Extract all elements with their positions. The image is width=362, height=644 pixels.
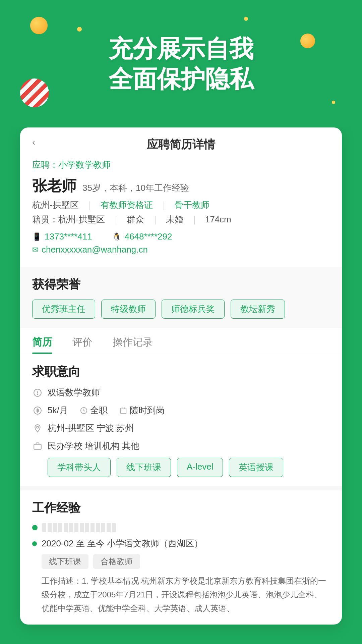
email-icon: ✉ <box>32 246 38 254</box>
honors-tags-row: 优秀班主任 特级教师 师德标兵奖 教坛新秀 <box>32 300 330 319</box>
intent-section: 求职意向 双语数学教师 5k/月 全职 随时到岗 <box>20 354 342 486</box>
deco-dot-3 <box>332 101 335 104</box>
work-tag-0: 线下班课 <box>42 554 88 569</box>
card-header: ‹ 应聘简历详情 <box>20 127 342 159</box>
job-link[interactable]: 应聘：小学数学教师 <box>20 159 342 176</box>
org-icon <box>32 441 43 451</box>
intent-location-row: 杭州-拱墅区 宁波 苏州 <box>32 422 330 434</box>
email-address: chenxxxxxan@wanhang.cn <box>42 245 148 255</box>
profile-section: 张老师 35岁，本科，10年工作经验 杭州-拱墅区 ｜ 有教师资格证 ｜ 骨干教… <box>20 176 342 267</box>
profile-info-row-2: 籍贯：杭州-拱墅区 ｜ 群众 ｜ 未婚 ｜ 174cm <box>32 214 330 225</box>
honor-tag-1: 特级教师 <box>101 300 156 319</box>
profile-cert: 有教师资格证 <box>101 199 153 211</box>
qq-number: 4648****292 <box>125 231 172 242</box>
work-tag-1: 合格教师 <box>93 554 140 569</box>
work-tags-row: 线下班课 合格教师 <box>42 554 330 569</box>
tab-review[interactable]: 评价 <box>72 328 93 354</box>
intent-locations: 杭州-拱墅区 宁波 苏州 <box>48 422 134 434</box>
back-button[interactable]: ‹ <box>32 137 35 148</box>
deco-orange-ball-1 <box>30 17 48 34</box>
qq-contact: 🐧 4648****292 <box>112 231 172 242</box>
location-icon <box>32 423 43 434</box>
honor-tag-2: 师德标兵奖 <box>162 300 225 319</box>
profile-party: 群众 <box>127 214 144 225</box>
work-period: 2020-02 至 至今 小学语文教师（西湖区） <box>42 538 203 549</box>
tab-resume[interactable]: 简历 <box>32 328 52 354</box>
tabs-section: 简历 评价 操作记录 <box>20 328 342 354</box>
work-description: 工作描述：1. 学校基本情况 杭州新东方学校是北京新东方教育科技集团在浙的一级分… <box>42 574 330 615</box>
phone-icon: 📱 <box>32 232 41 241</box>
work-period-row: 2020-02 至 至今 小学语文教师（西湖区） <box>32 538 330 549</box>
profile-name-row: 张老师 35岁，本科，10年工作经验 <box>32 176 330 196</box>
svg-rect-9 <box>34 444 41 449</box>
work-title: 工作经验 <box>32 500 330 516</box>
profile-meta: 35岁，本科，10年工作经验 <box>82 182 189 194</box>
card-title: 应聘简历详情 <box>32 137 330 159</box>
period-dot <box>32 541 37 546</box>
intent-tag-1: 线下班课 <box>117 458 171 477</box>
phone-contact: 📱 1373****411 <box>32 231 92 242</box>
honors-section: 获得荣誉 优秀班主任 特级教师 师德标兵奖 教坛新秀 <box>20 267 342 328</box>
intent-orgtype-row: 民办学校 培训机构 其他 <box>32 440 330 452</box>
profile-marriage: 未婚 <box>166 214 183 225</box>
honor-tag-3: 教坛新秀 <box>231 300 285 319</box>
honors-title: 获得荣誉 <box>32 276 330 293</box>
tab-operations[interactable]: 操作记录 <box>113 328 153 354</box>
intent-tag-2: A-level <box>177 458 223 477</box>
salary-icon <box>32 405 43 416</box>
availability-item: 随时到岗 <box>120 405 165 416</box>
intent-tags-row: 学科带头人 线下班课 A-level 英语授课 <box>48 458 330 477</box>
intent-org-types: 民办学校 培训机构 其他 <box>48 440 139 452</box>
profile-location: 杭州-拱墅区 <box>32 199 79 211</box>
email-row: ✉ chenxxxxxan@wanhang.cn <box>32 245 330 255</box>
salary-item: 5k/月 <box>48 405 68 416</box>
intent-position: 双语数学教师 <box>48 387 100 398</box>
company-dot <box>32 525 38 530</box>
hero-section: 充分展示自我 全面保护隐私 <box>0 0 362 127</box>
svg-point-8 <box>37 426 38 428</box>
phone-number: 1373****411 <box>45 231 92 242</box>
company-name-hidden <box>42 523 116 532</box>
profile-title-tag: 骨干教师 <box>175 199 209 211</box>
intent-conditions: 5k/月 全职 随时到岗 <box>48 405 165 416</box>
position-icon <box>32 387 43 398</box>
jobtype-item: 全职 <box>80 405 108 416</box>
profile-info-row-1: 杭州-拱墅区 ｜ 有教师资格证 ｜ 骨干教师 <box>32 199 330 211</box>
work-company-row <box>32 523 330 532</box>
work-section: 工作经验 2020-02 至 至今 小学语文教师（西湖区） 线下班课 合格教师 … <box>20 486 342 625</box>
intent-tag-3: 英语授课 <box>229 458 283 477</box>
profile-name: 张老师 <box>32 176 76 196</box>
svg-rect-5 <box>120 408 126 414</box>
deco-dot-1 <box>77 27 82 32</box>
qq-icon: 🐧 <box>112 232 121 241</box>
intent-conditions-row: 5k/月 全职 随时到岗 <box>32 405 330 416</box>
intent-tag-0: 学科带头人 <box>48 458 111 477</box>
profile-origin: 籍贯：杭州-拱墅区 <box>32 214 105 225</box>
svg-point-2 <box>37 394 38 394</box>
hero-title: 充分展示自我 全面保护隐私 <box>109 34 253 94</box>
contact-row: 📱 1373****411 🐧 4648****292 <box>32 231 330 242</box>
deco-orange-ball-2 <box>300 34 315 48</box>
intent-title: 求职意向 <box>32 364 330 380</box>
honor-tag-0: 优秀班主任 <box>32 300 95 319</box>
deco-stripe-ball <box>20 78 49 107</box>
deco-dot-2 <box>244 17 248 21</box>
intent-position-row: 双语数学教师 <box>32 387 330 398</box>
resume-card: ‹ 应聘简历详情 应聘：小学数学教师 张老师 35岁，本科，10年工作经验 杭州… <box>20 127 342 625</box>
profile-height: 174cm <box>205 214 231 225</box>
